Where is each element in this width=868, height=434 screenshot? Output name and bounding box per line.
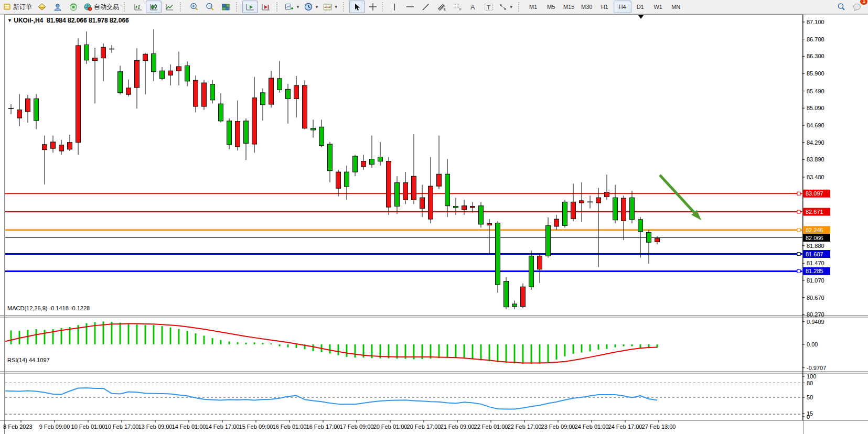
macd-axis-label: 0.9409: [807, 319, 824, 325]
signal-button[interactable]: [66, 1, 81, 13]
candle: [168, 64, 173, 85]
time-axis-label: 24 Feb 17:00: [608, 424, 642, 430]
arrows-button[interactable]: ▼: [497, 1, 516, 13]
chart-area[interactable]: 87.10086.70086.30085.90085.49085.09084.6…: [0, 14, 868, 434]
candle: [630, 191, 635, 223]
channel-icon: E: [437, 3, 446, 11]
level-handle[interactable]: [797, 229, 800, 232]
channel-button[interactable]: E: [434, 1, 449, 13]
toolbar-separator: [382, 2, 385, 12]
new-order-button[interactable]: 新订单: [2, 1, 34, 13]
candle: [135, 48, 140, 108]
timeframe-m15-button[interactable]: M15: [560, 1, 578, 13]
candlestick-chart-icon: [149, 3, 158, 11]
indicators-button[interactable]: ▼: [321, 1, 340, 13]
arrows-icon: [499, 3, 507, 11]
signal-icon: [69, 3, 78, 11]
candle: [445, 159, 450, 217]
level-handle[interactable]: [797, 269, 800, 273]
chart-shift-marker[interactable]: [638, 15, 644, 19]
profile-button[interactable]: [50, 1, 66, 13]
level-handle[interactable]: [797, 253, 800, 256]
price-tick-label: 84.690: [807, 122, 824, 128]
level-handle[interactable]: [797, 210, 800, 213]
vertical-line-button[interactable]: [387, 1, 402, 13]
price-tick-label: 81.880: [807, 243, 824, 249]
chat-icon: [853, 3, 862, 11]
text-button[interactable]: A: [465, 1, 481, 13]
candle: [336, 170, 341, 197]
candle: [563, 200, 567, 227]
candle: [202, 80, 207, 110]
time-axis-label: 9 Feb 09:00: [39, 424, 70, 430]
search-button[interactable]: [833, 1, 849, 13]
candle: [227, 118, 232, 149]
price-tick-label: 84.290: [807, 139, 824, 146]
price-tick-label: 86.300: [807, 53, 824, 59]
vertical-line-icon: [392, 3, 397, 11]
new-order-label: 新订单: [13, 3, 32, 12]
period-clock-button[interactable]: ▼: [302, 1, 321, 13]
notifications-button[interactable]: 1: [849, 1, 865, 13]
timeframe-w1-button[interactable]: W1: [649, 1, 667, 13]
crosshair-button[interactable]: [365, 1, 381, 13]
toolbar-separator: [124, 2, 127, 12]
macd-indicator-label: MACD(12,26,9) -0.1418 -0.1228: [7, 305, 90, 311]
time-axis-label: 17 Feb 09:00: [340, 424, 374, 430]
candle: [538, 253, 542, 283]
price-tick-label: 85.900: [807, 70, 824, 77]
collapse-arrow-icon[interactable]: ▼: [7, 18, 12, 23]
timeframe-m5-button[interactable]: M5: [542, 1, 560, 13]
auto-trading-button[interactable]: 自动交易: [81, 1, 121, 13]
rsi-axis-label: 0: [807, 414, 810, 420]
timeframe-m30-button[interactable]: M30: [578, 1, 596, 13]
candle: [345, 166, 349, 200]
horizontal-line-icon: [406, 4, 414, 9]
candle: [194, 75, 198, 112]
level-handle[interactable]: [797, 192, 800, 195]
time-axis-label: 20 Feb 17:00: [407, 424, 441, 430]
cursor-button[interactable]: [349, 1, 365, 13]
chevron-down-icon: ▼: [509, 5, 513, 9]
trendline-button[interactable]: [418, 1, 434, 13]
line-chart-button[interactable]: [162, 1, 177, 13]
price-tick-label: 81.470: [807, 260, 824, 266]
timeframe-m1-button[interactable]: M1: [524, 1, 542, 13]
timeframe-d1-button[interactable]: D1: [631, 1, 649, 13]
candle: [571, 183, 576, 221]
zoom-in-icon: [190, 3, 199, 11]
candle: [496, 221, 500, 293]
deposit-button[interactable]: [34, 1, 50, 13]
timeframe-mn-button[interactable]: MN: [667, 1, 685, 13]
svg-text:T: T: [487, 4, 490, 10]
timeframe-h1-button[interactable]: H1: [596, 1, 614, 13]
chart-shift-button[interactable]: [258, 1, 274, 13]
candle: [109, 45, 114, 53]
chevron-down-icon: ▼: [315, 5, 319, 9]
tile-windows-button[interactable]: [218, 1, 233, 13]
toolbar-separator: [343, 2, 347, 12]
auto-scroll-button[interactable]: [242, 1, 258, 13]
fibonacci-button[interactable]: F: [449, 1, 465, 13]
zoom-out-icon: [206, 3, 215, 11]
macd-signal-line: [0, 323, 657, 363]
zoom-in-button[interactable]: [186, 1, 202, 13]
timeframe-h4-button[interactable]: H4: [614, 1, 631, 13]
candlestick-chart-button[interactable]: [146, 1, 162, 13]
zoom-out-button[interactable]: [202, 1, 218, 13]
horizontal-line-button[interactable]: [402, 1, 418, 13]
text-label-button[interactable]: T: [481, 1, 497, 13]
candle: [370, 136, 374, 168]
new-chart-button[interactable]: ▼: [283, 1, 302, 13]
toolbar-separator: [518, 2, 522, 12]
candle: [143, 53, 148, 94]
candle: [76, 38, 81, 155]
toolbar-separator: [180, 2, 184, 12]
bar-chart-button[interactable]: [130, 1, 146, 13]
bar-chart-icon: [134, 3, 143, 11]
price-level-chip-label: 82.671: [806, 209, 823, 215]
svg-text:A: A: [470, 3, 475, 10]
toolbar-separator: [276, 2, 280, 12]
chart-canvas[interactable]: 87.10086.70086.30085.90085.49085.09084.6…: [0, 14, 868, 434]
rsi-line: [0, 388, 657, 409]
